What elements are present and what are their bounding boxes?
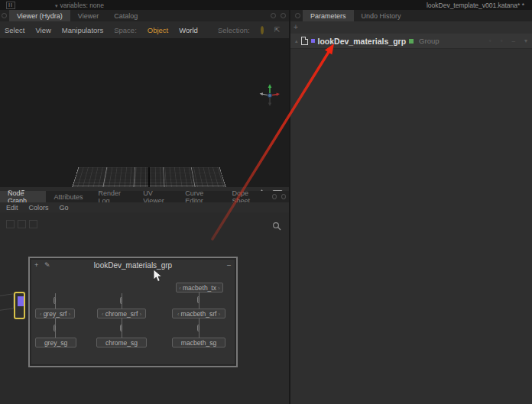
tab-viewer-hydra[interactable]: Viewer (Hydra): [9, 10, 70, 21]
plug[interactable]: [54, 325, 56, 331]
parameters-tab-bar: Parameters Undo History: [290, 10, 532, 21]
offscreen-node[interactable]: [0, 293, 14, 312]
node-macbeth-srf[interactable]: ‹ macbeth_srf ›: [172, 309, 225, 318]
node-label: macbeth_srf: [181, 310, 217, 318]
pause-button[interactable]: II: [6, 2, 15, 9]
viewer-tab-bar: Viewer (Hydra) Viewer Catalog: [0, 10, 289, 21]
tab-uv-viewer[interactable]: UV Viewer: [135, 191, 177, 202]
application-window: II ▾variables: none lookDev_template_v00…: [0, 0, 532, 404]
node-label: grey_sg: [44, 339, 67, 347]
viewer-toolbar: Select View Manipulators Space: Object W…: [0, 21, 289, 38]
pane-close-icon[interactable]: [281, 13, 286, 18]
add-parameter-icon[interactable]: +: [294, 23, 298, 31]
viewer-nodegraph-pane: Viewer (Hydra) Viewer Catalog Select Vie…: [0, 10, 289, 404]
toolbar-ghost-button[interactable]: [18, 220, 26, 228]
chevron-down-icon: ▾: [55, 3, 58, 8]
viewport-3d[interactable]: [0, 38, 289, 187]
node-label: chrome_sg: [105, 339, 138, 347]
node-label: macbeth_sg: [181, 339, 216, 347]
plug[interactable]: [54, 297, 56, 304]
parameters-pane: Parameters Undo History + ▴ lookDev_mate…: [290, 10, 532, 404]
pane-close-icon[interactable]: [281, 194, 286, 199]
row-minimize-icon[interactable]: –: [512, 37, 515, 44]
node-label: chrome_srf: [105, 310, 138, 318]
pane-menu-icon[interactable]: [2, 13, 7, 18]
colors-menu[interactable]: Colors: [29, 204, 49, 212]
collapse-group-icon[interactable]: –: [227, 261, 231, 269]
node-color-chip: [18, 296, 24, 306]
nodegraph-menu-bar: Edit Colors Go: [0, 202, 289, 212]
node-macbeth-sg[interactable]: macbeth_sg: [172, 338, 225, 347]
output-port-icon[interactable]: ›: [69, 312, 70, 317]
go-menu[interactable]: Go: [60, 204, 69, 212]
node-label: grey_srf: [44, 310, 67, 318]
tab-curve-editor[interactable]: Curve Editor: [177, 191, 224, 202]
tab-label: Parameters: [310, 12, 346, 20]
input-port-icon[interactable]: ‹: [102, 312, 103, 317]
select-menu[interactable]: Select: [5, 26, 24, 34]
space-object-button[interactable]: Object: [148, 26, 168, 34]
selection-mode-icon[interactable]: [261, 26, 264, 34]
plug[interactable]: [120, 297, 122, 304]
pane-option-icon[interactable]: [271, 13, 276, 18]
node-color-badge: [311, 39, 315, 43]
space-label: Space:: [114, 26, 137, 34]
tab-label: Undo History: [362, 12, 401, 20]
node-grey-sg[interactable]: grey_sg: [35, 338, 76, 347]
node-chrome-srf[interactable]: ‹ chrome_srf ›: [97, 309, 146, 318]
selection-label: Selection:: [218, 26, 250, 34]
group-node-lookdev-materials[interactable]: + ✎ lookDev_materials_grp –: [28, 257, 238, 367]
view-menu[interactable]: View: [35, 26, 50, 34]
tab-dope-sheet[interactable]: Dope Sheet: [225, 191, 270, 202]
grid-plane: [34, 167, 264, 187]
tab-viewer[interactable]: Viewer: [70, 10, 106, 21]
plug[interactable]: [120, 325, 122, 331]
nodegraph-tab-bar: Node Graph Attributes Render Log UV View…: [0, 191, 289, 202]
manipulators-menu[interactable]: Manipulators: [62, 26, 103, 34]
row-gear-icon[interactable]: ◦: [501, 37, 503, 44]
tab-label: Attributes: [54, 193, 83, 201]
selected-edge-node[interactable]: [14, 292, 25, 319]
tab-parameters[interactable]: Parameters: [303, 10, 354, 21]
row-chevron-icon[interactable]: ▾: [524, 37, 527, 44]
pane-option-icon[interactable]: [272, 194, 277, 199]
selection-tool-icon[interactable]: ⇱: [274, 26, 281, 34]
parameter-node-row[interactable]: ▴ lookDev_materials_grp Group ◦ ◦ – ▾: [290, 34, 532, 49]
tab-render-log[interactable]: Render Log: [90, 191, 135, 202]
output-port-icon[interactable]: ›: [140, 312, 141, 317]
node-label: macbeth_tx: [183, 284, 216, 292]
parameter-node-name: lookDev_materials_grp: [318, 37, 407, 46]
edit-menu[interactable]: Edit: [6, 204, 18, 212]
tab-catalog[interactable]: Catalog: [106, 10, 145, 21]
node-chrome-sg[interactable]: chrome_sg: [96, 338, 147, 347]
toolbar-ghost-button[interactable]: [29, 220, 37, 228]
input-port-icon[interactable]: ‹: [179, 286, 180, 291]
orientation-gizmo[interactable]: [257, 82, 283, 108]
expand-triangle-icon[interactable]: ▴: [295, 38, 298, 44]
node-macbeth-tx[interactable]: ‹ macbeth_tx ›: [176, 283, 223, 292]
tab-node-graph[interactable]: Node Graph: [0, 191, 46, 202]
plug[interactable]: [197, 296, 200, 303]
tab-label: Catalog: [114, 12, 138, 20]
variables-label: variables: none: [60, 2, 104, 9]
tab-undo-history[interactable]: Undo History: [354, 10, 409, 21]
pane-menu-icon[interactable]: [295, 13, 300, 18]
node-status-badge: [409, 39, 414, 44]
nodegraph-canvas[interactable]: + ✎ lookDev_materials_grp –: [0, 212, 289, 404]
group-node-title: lookDev_materials_grp: [30, 261, 236, 270]
variables-dropdown[interactable]: ▾variables: none: [55, 2, 104, 9]
space-world-button[interactable]: World: [179, 26, 198, 34]
search-icon[interactable]: [272, 221, 281, 231]
input-port-icon[interactable]: ‹: [177, 312, 179, 317]
row-option-icon[interactable]: ◦: [489, 37, 491, 44]
plug[interactable]: [197, 325, 200, 331]
toolbar-ghost-button[interactable]: [6, 220, 15, 228]
ground-grid: [42, 105, 256, 187]
output-port-icon[interactable]: ›: [218, 286, 219, 291]
input-port-icon[interactable]: ‹: [40, 312, 41, 317]
tab-label: Viewer: [78, 12, 99, 20]
window-title-bar: II ▾variables: none lookDev_template_v00…: [0, 0, 532, 10]
node-grey-srf[interactable]: ‹ grey_srf ›: [35, 309, 75, 318]
tab-attributes[interactable]: Attributes: [46, 191, 90, 202]
output-port-icon[interactable]: ›: [219, 312, 220, 317]
